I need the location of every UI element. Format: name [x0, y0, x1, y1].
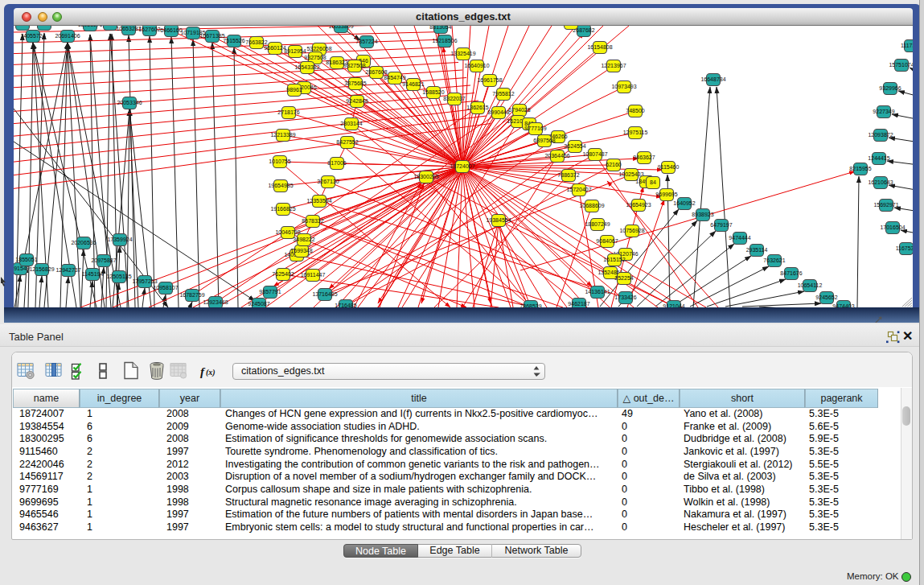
svg-text:9242848: 9242848	[346, 98, 368, 104]
svg-text:10688609: 10688609	[579, 203, 604, 208]
svg-text:12505135: 12505135	[106, 274, 131, 279]
svg-text:6466160: 6466160	[160, 27, 182, 33]
svg-text:9245652: 9245652	[815, 295, 837, 300]
svg-text:20364456: 20364456	[544, 153, 569, 159]
svg-text:16210643: 16210643	[868, 179, 893, 185]
svg-text:17359924: 17359924	[107, 237, 132, 242]
svg-text:10653287: 10653287	[116, 26, 141, 31]
svg-text:9857791: 9857791	[259, 289, 281, 295]
svg-text:14136141: 14136141	[585, 289, 610, 295]
svg-text:9227349: 9227349	[873, 109, 894, 114]
svg-text:8322037: 8322037	[443, 96, 465, 101]
svg-text:9474403: 9474403	[832, 303, 854, 307]
svg-text:1855051: 1855051	[15, 257, 37, 262]
svg-text:7357224: 7357224	[355, 39, 377, 44]
svg-text:7515526: 7515526	[223, 38, 244, 43]
svg-text:8938923: 8938923	[692, 212, 713, 217]
svg-text:8215955: 8215955	[849, 166, 871, 171]
svg-text:8454749: 8454749	[384, 75, 405, 80]
svg-text:19166825: 19166825	[270, 206, 295, 212]
svg-text:1167539: 1167539	[896, 245, 913, 251]
svg-text:3267130: 3267130	[317, 179, 339, 184]
svg-text:9462187: 9462187	[568, 301, 589, 307]
svg-text:20206536: 20206536	[71, 240, 96, 245]
svg-text:9121044: 9121044	[663, 303, 684, 307]
svg-text:748500: 748500	[626, 108, 644, 113]
svg-text:12975115: 12975115	[623, 130, 648, 135]
svg-text:12923448: 12923448	[203, 299, 228, 305]
svg-text:13716485: 13716485	[312, 291, 337, 297]
svg-text:1733426: 1733426	[614, 295, 636, 300]
svg-text:8427552: 8427552	[336, 139, 358, 145]
svg-text:7386372: 7386372	[557, 172, 579, 178]
svg-text:8471676: 8471676	[780, 270, 802, 276]
svg-text:2718176: 2718176	[277, 109, 299, 115]
svg-text:2867608: 2867608	[365, 69, 387, 75]
svg-text:817006: 817006	[327, 160, 346, 166]
svg-text:16640910: 16640910	[464, 63, 489, 68]
svg-text:15692971: 15692971	[873, 202, 898, 208]
svg-text:7632621: 7632621	[763, 257, 785, 263]
svg-text:18300295: 18300295	[413, 174, 438, 179]
svg-text:2069140: 2069140	[33, 26, 55, 27]
svg-text:9474444: 9474444	[729, 235, 750, 241]
svg-text:16671385: 16671385	[199, 33, 224, 39]
svg-text:8578332: 8578332	[302, 218, 323, 224]
svg-text:19654923: 19654923	[626, 202, 651, 208]
svg-text:10807487: 10807487	[582, 151, 607, 157]
svg-text:1145194: 1145194	[82, 271, 104, 277]
svg-text:252254: 252254	[614, 275, 633, 281]
svg-text:12213389: 12213389	[270, 132, 295, 138]
svg-text:16911447: 16911447	[301, 272, 326, 278]
svg-text:12093872: 12093872	[868, 132, 893, 138]
svg-text:16033809: 16033809	[328, 26, 353, 29]
svg-text:7868539: 7868539	[519, 303, 541, 307]
svg-text:19218506: 19218506	[432, 38, 457, 43]
svg-text:7955812: 7955812	[492, 91, 514, 97]
svg-text:1615152: 1615152	[603, 257, 625, 262]
svg-text:9245087: 9245087	[248, 301, 269, 307]
svg-text:53226058: 53226058	[306, 46, 331, 51]
svg-text:6479197: 6479197	[710, 222, 732, 228]
svg-text:9115460: 9115460	[658, 164, 680, 170]
svg-text:3498222: 3498222	[293, 237, 314, 242]
svg-text:62160: 62160	[606, 162, 622, 167]
svg-text:1527602: 1527602	[138, 27, 160, 32]
svg-text:1244415: 1244415	[868, 155, 889, 161]
svg-text:84: 84	[650, 179, 656, 185]
svg-text:391549: 391549	[14, 266, 30, 271]
svg-text:12942737: 12942737	[55, 267, 80, 273]
svg-text:17016504: 17016504	[880, 225, 905, 230]
svg-text:f: f	[200, 365, 206, 378]
svg-text:98961: 98961	[286, 87, 302, 93]
svg-text:10958107: 10958107	[153, 285, 178, 290]
svg-text:6897568: 6897568	[533, 138, 555, 143]
svg-text:1699348: 1699348	[290, 248, 312, 253]
svg-text:3624554: 3624554	[564, 143, 585, 149]
svg-text:15751074: 15751074	[889, 62, 913, 68]
svg-text:10973493: 10973493	[611, 84, 636, 89]
svg-text:9699695: 9699695	[655, 192, 677, 197]
svg-text:8813054: 8813054	[429, 26, 451, 30]
svg-text:1716485: 1716485	[335, 303, 356, 307]
svg-text:18807249: 18807249	[585, 221, 610, 227]
svg-text:8912954: 8912954	[284, 48, 306, 54]
svg-text:12213967: 12213967	[601, 63, 626, 68]
svg-text:7663822: 7663822	[245, 39, 267, 45]
svg-text:9327508: 9327508	[304, 55, 326, 60]
svg-text:2803144: 2803144	[340, 121, 362, 126]
svg-text:15720407: 15720407	[566, 187, 591, 192]
svg-text:1362615: 1362615	[466, 105, 488, 110]
svg-text:9777169: 9777169	[524, 126, 546, 131]
svg-text:9660124: 9660124	[264, 45, 285, 51]
svg-text:12156829: 12156829	[29, 266, 54, 272]
svg-text:1588520: 1588520	[422, 89, 444, 95]
svg-text:9329966: 9329966	[879, 85, 901, 91]
svg-text:20053346: 20053346	[117, 100, 142, 105]
svg-text:9463627: 9463627	[633, 154, 655, 160]
svg-text:1010755: 1010755	[269, 159, 290, 164]
svg-text:18724007: 18724007	[450, 163, 474, 169]
svg-text:20975887: 20975887	[91, 257, 116, 263]
svg-text:1840557: 1840557	[14, 26, 34, 27]
svg-text:9327508: 9327508	[343, 63, 365, 68]
